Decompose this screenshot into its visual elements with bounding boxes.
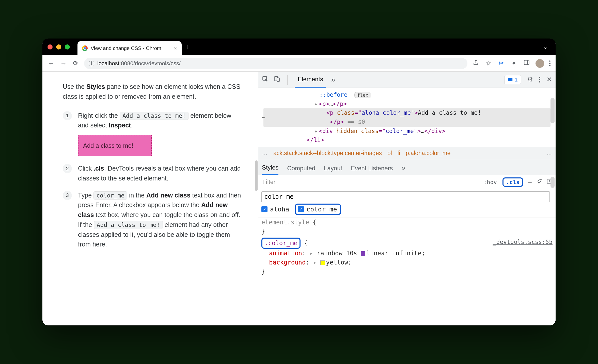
subtab-computed[interactable]: Computed xyxy=(287,165,315,175)
share-icon[interactable] xyxy=(472,59,480,68)
minimize-window-icon[interactable] xyxy=(56,44,61,49)
svg-rect-6 xyxy=(509,79,512,79)
crumb[interactable]: ol xyxy=(387,150,392,157)
crumb-overflow-left[interactable]: … xyxy=(262,150,268,157)
crumb-overflow-right[interactable]: … xyxy=(546,150,552,157)
avatar[interactable] xyxy=(536,59,544,68)
crumb[interactable]: ack.stack.stack--block.type.center-image… xyxy=(273,150,382,157)
settings-icon[interactable]: ⚙ xyxy=(527,76,533,84)
page-content: Use the Styles pane to see how an elemen… xyxy=(42,72,258,325)
subtab-event-listeners[interactable]: Event Listeners xyxy=(351,165,393,175)
step-number: 1 xyxy=(63,111,72,120)
checkbox-checked-icon[interactable]: ✓ xyxy=(261,206,267,212)
issues-button[interactable]: 1 xyxy=(504,75,521,84)
step-2: 2 Click .cls. DevTools reveals a text bo… xyxy=(63,163,243,183)
issues-count: 1 xyxy=(515,76,518,83)
close-window-icon[interactable] xyxy=(48,44,53,49)
browser-tab[interactable]: View and change CSS - Chrom × xyxy=(77,41,182,55)
code-snippet: Add a class to me! xyxy=(120,112,188,120)
color-swatch-icon[interactable] xyxy=(320,260,325,265)
step-number: 2 xyxy=(63,164,72,173)
add-class-input[interactable] xyxy=(261,191,550,202)
selector-color-me[interactable]: .color_me xyxy=(261,238,301,249)
dom-scrollbar[interactable] xyxy=(550,98,555,123)
demo-element[interactable]: Add a class to me! xyxy=(78,135,152,156)
hov-button[interactable]: :hov xyxy=(481,178,499,186)
step-1: 1 Right-click the Add a class to me! ele… xyxy=(63,111,243,157)
close-devtools-icon[interactable]: ✕ xyxy=(546,76,552,84)
devtools-tabs: Elements » 1 ⚙ ✕ xyxy=(258,72,556,88)
new-style-rule-icon[interactable]: ＋ xyxy=(527,178,533,187)
browser-toolbar: ← → ⟳ i localhost:8080/docs/devtools/css… xyxy=(42,55,556,72)
browser-window: View and change CSS - Chrom × + ⌄ ← → ⟳ … xyxy=(42,39,556,325)
tab-elements[interactable]: Elements xyxy=(295,72,326,88)
devtools-menu-icon[interactable] xyxy=(539,77,540,82)
titlebar: View and change CSS - Chrom × + ⌄ xyxy=(42,39,556,55)
easing-swatch-icon[interactable] xyxy=(361,251,365,256)
dom-node-selected[interactable]: <p class="aloha color_me">Add a class to… xyxy=(263,108,550,126)
styles-subtabs: Styles Computed Layout Event Listeners » xyxy=(258,160,556,175)
step-3: 3 Type color_me in the Add new class tex… xyxy=(63,190,243,250)
brush-icon[interactable] xyxy=(537,178,543,186)
cls-button[interactable]: .cls xyxy=(502,177,523,187)
styles-filter-bar: :hov .cls ＋ xyxy=(258,175,556,189)
code-snippet: color_me xyxy=(93,191,127,200)
address-bar[interactable]: i localhost:8080/docs/devtools/css/ xyxy=(84,58,467,69)
flex-badge[interactable]: flex xyxy=(354,92,371,98)
class-toggle-aloha[interactable]: ✓ aloha xyxy=(261,206,289,213)
dom-tree[interactable]: ⋯ ::before flex ▸<p>…</p> <p class="aloh… xyxy=(258,88,556,147)
chrome-menu-icon[interactable] xyxy=(549,60,550,66)
overflow-ellipsis-icon[interactable]: ⋯ xyxy=(262,113,266,122)
svg-rect-7 xyxy=(509,80,511,80)
styles-scrollbar[interactable] xyxy=(550,177,555,188)
device-toggle-icon[interactable] xyxy=(274,76,280,84)
back-button[interactable]: ← xyxy=(48,59,55,67)
checkbox-checked-icon[interactable]: ✓ xyxy=(298,206,304,212)
dom-node[interactable]: ▸<div hidden class="color_me">…</div> xyxy=(263,127,550,136)
crumb-selected[interactable]: p.aloha.color_me xyxy=(406,150,450,157)
url-text: localhost:8080/docs/devtools/css/ xyxy=(97,60,181,67)
intro-paragraph: Use the Styles pane to see how an elemen… xyxy=(63,82,243,102)
page-scrollbar[interactable] xyxy=(255,160,258,191)
dom-node[interactable]: </li> xyxy=(263,136,550,145)
new-tab-button[interactable]: + xyxy=(186,43,190,51)
code-snippet: Add a class to me! xyxy=(94,221,163,229)
reload-button[interactable]: ⟳ xyxy=(72,59,80,67)
extensions-icon[interactable]: ✦ xyxy=(510,59,518,67)
svg-rect-0 xyxy=(524,60,529,64)
subtab-layout[interactable]: Layout xyxy=(324,165,342,175)
step-number: 3 xyxy=(63,191,72,200)
svg-rect-4 xyxy=(277,78,279,81)
tab-title: View and change CSS - Chrom xyxy=(91,45,171,51)
maximize-window-icon[interactable] xyxy=(65,44,70,49)
style-rules[interactable]: element.style { } .color_me { _devtools.… xyxy=(258,218,556,281)
forward-button[interactable]: → xyxy=(60,59,67,67)
side-panel-icon[interactable] xyxy=(523,59,530,68)
chrome-icon xyxy=(82,45,88,51)
more-tabs-icon[interactable]: » xyxy=(331,76,335,84)
window-controls xyxy=(48,44,70,49)
inspect-element-icon[interactable] xyxy=(262,76,269,84)
window-menu-chevron-icon[interactable]: ⌄ xyxy=(543,43,548,51)
crumb[interactable]: li xyxy=(398,150,400,157)
class-toggle-color-me[interactable]: ✓ color_me xyxy=(295,204,341,215)
site-info-icon[interactable]: i xyxy=(89,61,94,66)
subtab-styles[interactable]: Styles xyxy=(262,164,278,175)
scissors-icon[interactable]: ✂ xyxy=(497,59,505,67)
dom-breadcrumbs[interactable]: … ack.stack.stack--block.type.center-ima… xyxy=(258,147,556,160)
styles-filter-input[interactable] xyxy=(261,177,478,187)
bookmark-icon[interactable]: ☆ xyxy=(485,59,492,67)
selector-element-style[interactable]: element.style xyxy=(261,219,309,226)
devtools-panel: Elements » 1 ⚙ ✕ ⋯ xyxy=(258,72,556,325)
more-subtabs-icon[interactable]: » xyxy=(402,164,406,175)
dom-node[interactable]: ▸<p>…</p> xyxy=(263,100,550,109)
svg-rect-5 xyxy=(508,78,513,81)
close-tab-icon[interactable]: × xyxy=(174,45,177,52)
rule-source-link[interactable]: _devtools.scss:55 xyxy=(493,238,553,246)
class-toggles: ✓ aloha ✓ color_me xyxy=(258,202,556,218)
